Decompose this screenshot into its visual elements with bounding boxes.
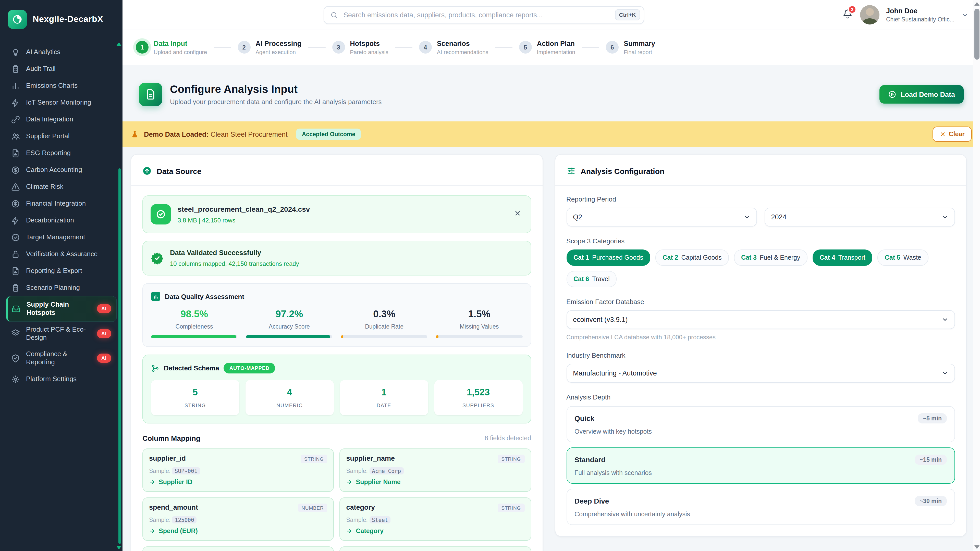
column-mapping-card[interactable]: supplier_name STRING Sample: Acme Corp S…	[340, 448, 531, 492]
remove-file-button[interactable]	[512, 208, 523, 221]
sidebar-item-iot-sensor-monitoring[interactable]: IoT Sensor Monitoring	[6, 94, 116, 111]
sidebar-scroll-up-icon[interactable]	[116, 42, 121, 46]
sidebar-item-data-integration[interactable]: Data Integration	[6, 111, 116, 128]
column-mapping-card[interactable]: spend_amount NUMBER Sample: 125000 Spend…	[142, 497, 334, 541]
scroll-up-icon[interactable]	[974, 2, 980, 6]
sidebar-item-climate-risk[interactable]: Climate Risk	[6, 179, 116, 195]
year-select[interactable]: 2024	[765, 208, 955, 227]
sidebar-item-reporting-export[interactable]: Reporting & Export	[6, 263, 116, 279]
step-data-input[interactable]: 1 Data Input Upload and configure	[136, 40, 207, 55]
category-chip-cat2[interactable]: Cat 2Capital Goods	[655, 249, 729, 266]
step-action-plan[interactable]: 5 Action Plan Implementation	[519, 40, 575, 55]
file-check-icon	[151, 204, 171, 224]
sidebar-item-audit-trail[interactable]: Audit Trail	[6, 61, 116, 78]
sample-label: Sample:	[149, 517, 170, 523]
step-hotspots[interactable]: 3 Hotspots Pareto analysis	[332, 40, 388, 55]
notifications-button[interactable]: 3	[842, 7, 853, 23]
metric-label: Accuracy Score	[246, 324, 332, 330]
search-input[interactable]	[342, 11, 610, 19]
metric-value: 0.3%	[341, 309, 428, 320]
sidebar-item-product-pcf-eco-design[interactable]: Product PCF & Eco-DesignAI	[6, 321, 116, 346]
step-ai-processing[interactable]: 2 AI Processing Agent execution	[238, 40, 301, 55]
chevron-down-icon[interactable]	[961, 11, 969, 19]
data-source-card: Data Source steel_procurement_clean_q2_2…	[130, 154, 543, 551]
column-type-badge: STRING	[498, 454, 525, 463]
user-cluster: 3 John Doe Chief Sustainability Offic...	[842, 5, 969, 24]
step-subtitle: AI recommendations	[437, 49, 488, 56]
sidebar-item-scenario-planning[interactable]: Scenario Planning	[6, 279, 116, 297]
category-chip-cat3[interactable]: Cat 3Fuel & Energy	[734, 249, 808, 266]
page-subtitle: Upload your procurement data and configu…	[170, 98, 382, 106]
sidebar-scrollbar[interactable]	[118, 168, 121, 544]
clipboard-icon	[11, 65, 20, 73]
search-bar[interactable]: Ctrl+K	[324, 6, 644, 24]
category-chip-cat6[interactable]: Cat 6Travel	[566, 271, 617, 287]
sidebar-item-carbon-accounting[interactable]: Carbon Accounting	[6, 162, 116, 179]
avatar[interactable]	[860, 5, 880, 24]
topbar: Ctrl+K 3 John Doe Chief Sustainability O…	[123, 0, 980, 30]
sidebar-item-ai-analytics[interactable]: AI Analytics	[6, 44, 116, 61]
upload-icon	[142, 166, 151, 176]
chip-cat: Cat 6	[573, 275, 589, 283]
clear-label: Clear	[948, 130, 965, 138]
clear-button[interactable]: Clear	[932, 127, 972, 142]
alert-triangle-icon	[11, 183, 20, 191]
sidebar-item-target-management[interactable]: Target Management	[6, 229, 116, 246]
metric-label: Duplicate Rate	[341, 324, 428, 330]
depth-description: Full analysis with scenarios	[574, 469, 947, 476]
sidebar-scroll-down-icon[interactable]	[116, 546, 121, 549]
load-demo-data-button[interactable]: Load Demo Data	[880, 85, 964, 103]
emission-factor-db-select[interactable]: ecoinvent (v3.9.1)	[566, 310, 955, 329]
sidebar-item-emissions-charts[interactable]: Emissions Charts	[6, 78, 116, 94]
sidebar-item-label: Decarbonization	[26, 217, 111, 225]
industry-benchmark-select[interactable]: Manufacturing - Automotive	[566, 364, 955, 383]
sidebar-item-financial-integration[interactable]: Financial Integration	[6, 195, 116, 212]
depth-description: Comprehensive with uncertainty analysis	[574, 511, 947, 518]
category-chip-cat5[interactable]: Cat 5Waste	[878, 249, 928, 266]
sidebar-item-decarbonization[interactable]: Decarbonization	[6, 212, 116, 229]
category-chip-cat4[interactable]: Cat 4Transport	[812, 249, 872, 266]
sidebar-item-verification-assurance[interactable]: Verification & Assurance	[6, 246, 116, 263]
zap-icon	[11, 98, 20, 107]
quarter-select[interactable]: Q2	[566, 208, 757, 227]
sidebar-item-supplier-portal[interactable]: Supplier Portal	[6, 128, 116, 145]
zap-icon	[11, 216, 20, 225]
page-scrollbar[interactable]	[973, 0, 980, 551]
depth-option-standard[interactable]: Standard ~15 min Full analysis with scen…	[566, 448, 955, 484]
step-connector	[395, 47, 412, 48]
validation-title: Data Validated Successfully	[170, 249, 299, 257]
search-shortcut: Ctrl+K	[615, 9, 640, 21]
badge-check-icon	[151, 251, 164, 265]
column-mapping-card[interactable]: supplier_id STRING Sample: SUP-001 Suppl…	[142, 448, 334, 492]
column-mapping-card[interactable]: category STRING Sample: Steel Category	[340, 497, 531, 541]
step-summary[interactable]: 6 Summary Final report	[606, 40, 655, 55]
depth-option-deep-dive[interactable]: Deep Dive ~30 min Comprehensive with unc…	[566, 489, 955, 525]
metric-progress-bar	[341, 335, 343, 338]
arrow-right-icon	[346, 479, 352, 485]
step-title: Hotspots	[350, 40, 388, 48]
scrollbar-thumb[interactable]	[974, 9, 980, 60]
analysis-configuration-card: Analysis Configuration Reporting Period …	[555, 154, 967, 537]
sidebar-item-label: Compliance & Reporting	[26, 350, 91, 367]
column-mapping-card[interactable]	[340, 546, 531, 551]
sidebar-item-compliance-reporting[interactable]: Compliance & ReportingAI	[6, 346, 116, 371]
step-connector	[582, 47, 599, 48]
category-chip-cat1[interactable]: Cat 1Purchased Goods	[566, 249, 650, 266]
step-scenarios[interactable]: 4 Scenarios AI recommendations	[419, 40, 488, 55]
sample-value: Steel	[369, 516, 390, 524]
column-mapping-card[interactable]	[142, 546, 334, 551]
sidebar-item-supply-chain-hotspots[interactable]: Supply Chain HotspotsAI	[6, 297, 116, 321]
step-connector	[495, 47, 512, 48]
metric-value: 98.5%	[151, 309, 237, 320]
sidebar-item-platform-settings[interactable]: Platform Settings	[6, 371, 116, 387]
arrow-right-icon	[346, 528, 352, 534]
bar-chart-icon	[11, 82, 20, 90]
scroll-down-icon[interactable]	[974, 545, 980, 549]
schema-stat-label: DATE	[344, 403, 424, 408]
chip-cat: Cat 3	[741, 254, 757, 261]
depth-option-quick[interactable]: Quick ~5 min Overview with key hotspots	[566, 406, 955, 442]
sidebar-item-label: ESG Reporting	[26, 149, 111, 158]
sidebar-item-esg-reporting[interactable]: ESG Reporting	[6, 145, 116, 162]
chip-name: Purchased Goods	[592, 254, 643, 261]
column-type-badge: NUMBER	[298, 503, 327, 512]
